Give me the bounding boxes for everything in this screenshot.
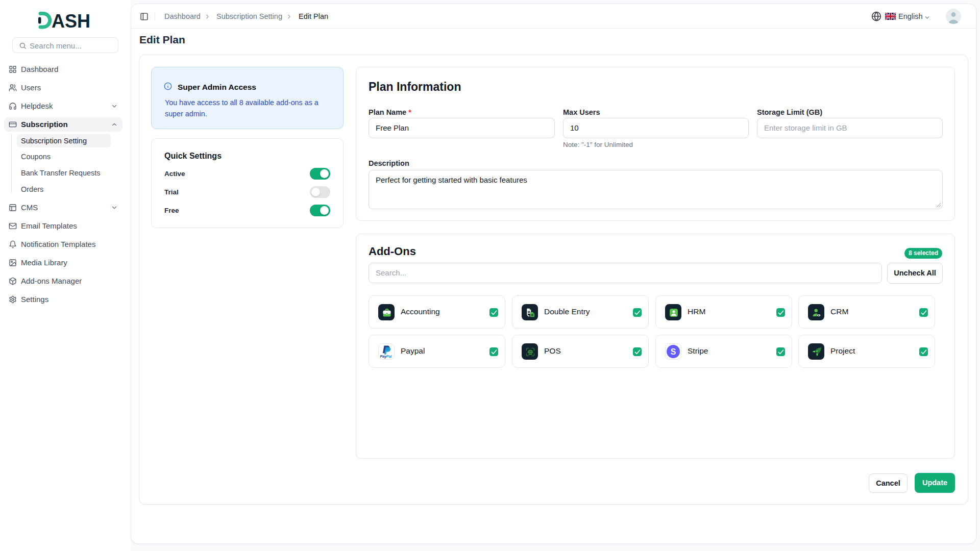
svg-text:Pal: Pal — [386, 354, 393, 359]
svg-text:S: S — [671, 347, 676, 356]
svg-text:ASH: ASH — [52, 11, 90, 31]
